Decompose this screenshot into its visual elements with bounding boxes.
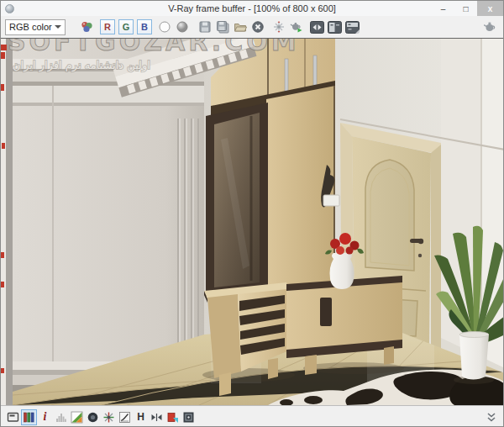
compare-vertical-icon[interactable] bbox=[344, 18, 361, 36]
watermark-subtext: اولین دانشنامه نرم افزار ایران bbox=[13, 59, 150, 72]
render-icon[interactable] bbox=[481, 18, 499, 36]
cabinet-door-handle bbox=[320, 298, 332, 326]
image-left-edge bbox=[1, 39, 6, 405]
cabinet-leg bbox=[219, 372, 231, 396]
save-image-icon[interactable] bbox=[196, 18, 213, 36]
load-image-icon[interactable] bbox=[231, 18, 249, 36]
plant-pot bbox=[459, 335, 489, 380]
door-arch-panel bbox=[365, 160, 414, 271]
top-toolbar: RGB color R G B bbox=[1, 16, 503, 38]
cabinet-handle bbox=[285, 59, 288, 92]
monochrome-icon[interactable] bbox=[173, 18, 191, 36]
minimize-button[interactable]: – bbox=[432, 1, 454, 16]
region-render-icon[interactable] bbox=[165, 409, 181, 425]
track-mouse-icon[interactable] bbox=[270, 18, 287, 36]
door-keyhole bbox=[418, 254, 422, 257]
stamp-icon[interactable] bbox=[5, 409, 21, 425]
blue-channel-button[interactable]: B bbox=[137, 19, 152, 34]
channel-dropdown[interactable]: RGB color bbox=[5, 19, 66, 35]
pixel-info-icon[interactable]: i bbox=[37, 409, 53, 425]
clear-image-icon[interactable] bbox=[249, 18, 266, 36]
render-last-icon[interactable] bbox=[287, 18, 305, 36]
levels-icon[interactable] bbox=[117, 409, 133, 425]
compare-horizontal-icon[interactable] bbox=[326, 18, 344, 36]
cabinet-handle bbox=[313, 55, 317, 86]
wall-corner-shadow bbox=[6, 39, 13, 405]
light-switch bbox=[323, 195, 339, 206]
red-channel-button[interactable]: R bbox=[100, 19, 115, 34]
compare-swap-icon[interactable] bbox=[308, 18, 326, 36]
glare-icon[interactable] bbox=[101, 409, 117, 425]
show-channels-icon[interactable] bbox=[21, 409, 37, 425]
mirror bbox=[206, 103, 268, 296]
vray-frame-buffer-window: V-Ray frame buffer - [100% of 800 x 600]… bbox=[0, 0, 504, 427]
lens-effects-icon[interactable] bbox=[85, 409, 101, 425]
bottom-toolbar: i H bbox=[1, 405, 503, 427]
shoe-cabinet bbox=[202, 282, 295, 396]
window-title: V-Ray frame buffer - [100% of 800 x 600] bbox=[1, 3, 503, 13]
expand-icon[interactable] bbox=[483, 409, 499, 425]
cabinet-leg bbox=[305, 355, 317, 375]
save-channels-icon[interactable] bbox=[213, 18, 231, 36]
color-swatch-icon bbox=[77, 18, 95, 36]
render-viewport[interactable]: SOFTGOZAR.COM اولین دانشنامه نرم افزار ا… bbox=[1, 38, 503, 405]
green-channel-button[interactable]: G bbox=[118, 19, 134, 34]
color-correction-icon[interactable] bbox=[69, 409, 85, 425]
watermark-text: SOFTGOZAR.COM bbox=[8, 39, 300, 56]
white-balance-icon[interactable]: H bbox=[133, 409, 149, 425]
cabinet-leg bbox=[384, 346, 394, 365]
rendered-image: SOFTGOZAR.COM اولین دانشنامه نرم افزار ا… bbox=[1, 39, 503, 405]
maximize-button[interactable]: □ bbox=[454, 1, 477, 16]
histogram-icon[interactable] bbox=[53, 409, 69, 425]
compare-arrows-icon[interactable] bbox=[149, 409, 165, 425]
title-bar: V-Ray frame buffer - [100% of 800 x 600]… bbox=[1, 1, 503, 16]
alpha-channel-icon[interactable] bbox=[155, 18, 173, 36]
frame-icon[interactable] bbox=[181, 409, 197, 425]
chevron-down-icon bbox=[55, 25, 61, 29]
channel-dropdown-value: RGB color bbox=[9, 22, 52, 32]
close-button[interactable]: x bbox=[477, 1, 503, 16]
cabinet-leg bbox=[268, 358, 278, 379]
